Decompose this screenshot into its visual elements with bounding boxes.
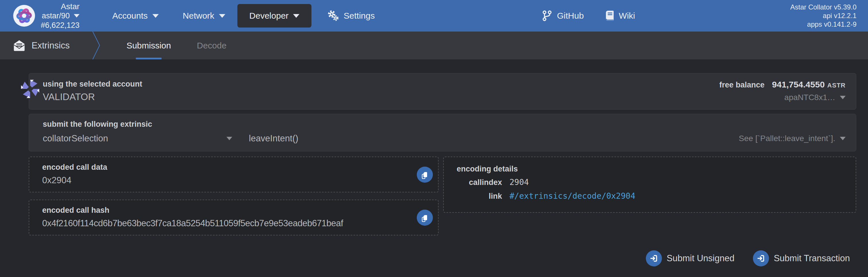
sign-in-icon xyxy=(646,250,662,266)
nav-item-accounts[interactable]: Accounts xyxy=(100,4,170,28)
chain-info: Astar astar/90 #6,622,123 xyxy=(41,2,80,30)
nav-item-network[interactable]: Network xyxy=(171,4,237,28)
tab-submission[interactable]: Submission xyxy=(126,32,172,59)
chevron-down-icon xyxy=(219,14,225,18)
method-doc-dropdown[interactable]: See [`Pallet::leave_intent`]. xyxy=(739,134,846,143)
node-version: Astar Collator v5.39.0 xyxy=(790,3,857,11)
section-heading: Extrinsics xyxy=(12,39,70,52)
chevron-down-icon xyxy=(840,96,846,99)
submit-transaction-button[interactable]: Submit Transaction xyxy=(753,250,850,266)
method-name[interactable]: leaveIntent() xyxy=(249,133,298,144)
output-columns: encoded call data 0x2904 encoded call ha… xyxy=(29,157,856,235)
account-identicon[interactable] xyxy=(19,78,41,100)
link-key: link xyxy=(457,192,502,201)
submit-actions: Submit Unsigned Submit Transaction xyxy=(29,250,856,266)
extrinsic-section-label: submit the following extrinsic xyxy=(43,120,846,129)
submit-unsigned-label: Submit Unsigned xyxy=(667,253,735,264)
extrinsic-panel: submit the following extrinsic collatorS… xyxy=(29,114,856,151)
token-unit: ASTR xyxy=(827,82,846,89)
account-address-short: apaNTC8x1… xyxy=(784,93,835,102)
chevron-down-icon xyxy=(152,14,159,18)
extrinsic-row: collatorSelection leaveIntent() See [`Pa… xyxy=(43,133,846,144)
sign-in-icon xyxy=(753,250,769,266)
decode-link[interactable]: #/extrinsics/decode/0x2904 xyxy=(509,191,845,201)
encoding-details-panel: encoding details callindex 2904 link #/e… xyxy=(443,157,856,213)
tabs: Submission Decode xyxy=(126,32,252,59)
account-panel: using the selected account VALIDATOR fre… xyxy=(29,73,856,109)
callindex-key: callindex xyxy=(457,178,502,187)
encoding-details-grid: callindex 2904 link #/extrinsics/decode/… xyxy=(457,177,845,201)
submit-transaction-label: Submit Transaction xyxy=(774,253,850,264)
free-balance-value: 941,754.4550ASTR xyxy=(772,80,846,90)
method-doc-text: See [`Pallet::leave_intent`]. xyxy=(739,134,835,143)
top-header: Astar astar/90 #6,622,123 Accounts Netwo… xyxy=(0,0,868,32)
account-section-label: using the selected account xyxy=(43,80,143,89)
copy-call-data-button[interactable] xyxy=(417,167,433,183)
balance-block: free balance 941,754.4550ASTR apaNTC8x1… xyxy=(719,80,846,102)
github-link[interactable]: GitHub xyxy=(542,10,584,22)
submit-unsigned-button[interactable]: Submit Unsigned xyxy=(646,250,735,266)
page-tabbar: Extrinsics Submission Decode xyxy=(0,32,868,59)
tab-separator xyxy=(92,32,101,59)
book-icon xyxy=(604,10,614,22)
section-title: Extrinsics xyxy=(32,40,70,51)
nav-item-settings[interactable]: Settings xyxy=(315,4,386,28)
envelope-open-icon xyxy=(12,39,26,52)
code-branch-icon xyxy=(542,10,552,22)
chain-spec: astar/90 xyxy=(42,11,70,21)
best-block-number: #6,622,123 xyxy=(41,21,80,30)
api-version: api v12.2.1 xyxy=(790,11,857,20)
account-name: VALIDATOR xyxy=(43,92,143,102)
encoded-call-data-panel: encoded call data 0x2904 xyxy=(29,157,439,193)
callindex-value: 2904 xyxy=(509,177,845,187)
pallet-name: collatorSelection xyxy=(43,133,108,144)
main-nav: Accounts Network Developer xyxy=(100,0,387,32)
call-hash-label: encoded call hash xyxy=(42,206,428,215)
account-address-dropdown[interactable]: apaNTC8x1… xyxy=(719,93,846,102)
encoded-call-hash-panel: encoded call hash 0x4f2160f114cd6b7be63b… xyxy=(29,200,439,235)
chain-name: Astar xyxy=(41,2,80,11)
gears-icon xyxy=(327,10,339,22)
pallet-select[interactable]: collatorSelection xyxy=(43,133,232,144)
main-content: using the selected account VALIDATOR fre… xyxy=(0,59,868,266)
call-data-value: 0x2904 xyxy=(42,175,428,185)
wiki-link[interactable]: Wiki xyxy=(604,10,635,22)
chevron-down-icon xyxy=(293,14,299,18)
copy-icon xyxy=(421,213,429,222)
copy-call-hash-button[interactable] xyxy=(417,210,433,226)
call-hash-value: 0x4f2160f114cd6b7be63bec3f7ca18a5254b511… xyxy=(42,218,428,229)
right-column: encoding details callindex 2904 link #/e… xyxy=(443,157,856,213)
nav-item-developer[interactable]: Developer xyxy=(237,4,312,28)
chain-spec-selector[interactable]: astar/90 xyxy=(41,11,80,21)
tab-decode[interactable]: Decode xyxy=(196,32,227,59)
chevron-down-icon xyxy=(840,137,846,140)
encoding-details-label: encoding details xyxy=(457,165,845,173)
free-balance-label: free balance xyxy=(719,80,765,90)
apps-version: apps v0.141.2-9 xyxy=(790,20,857,29)
version-info: Astar Collator v5.39.0 api v12.2.1 apps … xyxy=(790,3,857,29)
astar-network-logo[interactable] xyxy=(12,4,36,27)
left-column: encoded call data 0x2904 encoded call ha… xyxy=(29,157,439,235)
external-links: GitHub Wiki xyxy=(542,10,635,22)
chevron-down-icon xyxy=(226,137,232,140)
account-info: using the selected account VALIDATOR xyxy=(43,80,143,102)
copy-icon xyxy=(421,170,429,179)
chevron-down-icon xyxy=(74,14,80,18)
astar-logo-icon xyxy=(12,4,36,27)
call-data-label: encoded call data xyxy=(42,163,428,172)
